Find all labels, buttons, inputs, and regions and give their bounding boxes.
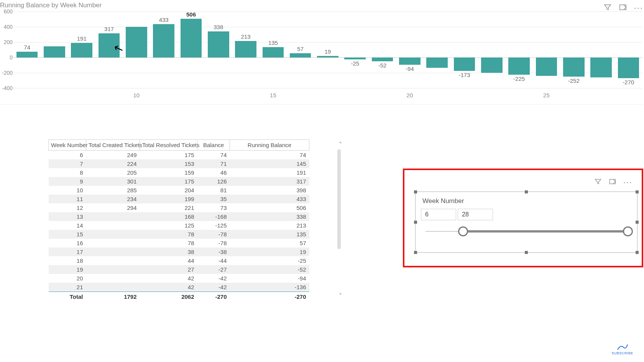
- table-row[interactable]: 1028520481398: [49, 186, 309, 195]
- x-tick: 15: [270, 92, 276, 98]
- chart-bar[interactable]: [44, 46, 65, 57]
- table-cell: 17: [49, 247, 86, 256]
- subscribe-watermark: SUBSCRIBE: [611, 343, 633, 355]
- table-cell: -44: [197, 256, 230, 265]
- table-row[interactable]: 1927-27-52: [49, 265, 309, 274]
- table-cell: 204: [140, 186, 197, 195]
- week-number-slicer[interactable]: ··· Week Number: [415, 192, 637, 253]
- table-row[interactable]: 2042-42-94: [49, 274, 309, 283]
- chart-bar[interactable]: [590, 57, 612, 77]
- table-cell: 7: [49, 159, 86, 168]
- resize-handle[interactable]: [414, 251, 417, 254]
- chart-bar[interactable]: [71, 43, 92, 57]
- table-row[interactable]: 14125-125213: [49, 221, 309, 230]
- table-column-header[interactable]: Week Number: [49, 140, 86, 151]
- slider-track[interactable]: [463, 230, 627, 233]
- focus-mode-icon[interactable]: [609, 178, 616, 187]
- chart-bar[interactable]: [563, 57, 585, 77]
- table-row[interactable]: 1229422173506: [49, 203, 309, 212]
- table-scrollbar[interactable]: ˄ ˅: [314, 141, 348, 294]
- table-row[interactable]: 1123419935433: [49, 195, 309, 203]
- table-row[interactable]: 1678-7857: [49, 239, 309, 247]
- table-row[interactable]: 1844-44-25: [49, 256, 309, 265]
- chart-bar[interactable]: [290, 53, 311, 57]
- table-column-header[interactable]: Total Resolved Tickets: [140, 140, 197, 151]
- table-cell: [86, 230, 140, 239]
- bar-value-label: 191: [70, 35, 93, 42]
- table-cell: 317: [230, 177, 309, 186]
- table-cell: 42: [140, 274, 197, 283]
- table-cell: 16: [49, 239, 86, 247]
- chart-bar[interactable]: [126, 27, 147, 57]
- table-cell: 433: [230, 195, 309, 203]
- table-cell: -136: [230, 283, 309, 292]
- slider-handle-min[interactable]: [458, 226, 468, 236]
- bar-value-label: 338: [207, 24, 230, 30]
- table-row[interactable]: 2142-42-136: [49, 283, 309, 292]
- scroll-up-icon[interactable]: ˄: [339, 141, 342, 148]
- resize-handle[interactable]: [525, 190, 528, 193]
- resize-handle[interactable]: [525, 251, 528, 254]
- table-cell: [86, 256, 140, 265]
- chart-bar[interactable]: [181, 19, 202, 57]
- table-column-header[interactable]: Running Balance: [230, 140, 309, 151]
- resize-handle[interactable]: [636, 221, 639, 224]
- chart-bar[interactable]: [153, 24, 174, 57]
- table-cell: 46: [197, 168, 230, 177]
- chart-bar[interactable]: [399, 57, 421, 65]
- table-cell: 175: [140, 177, 197, 186]
- slicer-max-input[interactable]: [458, 209, 493, 220]
- chart-bar[interactable]: [454, 57, 475, 71]
- table-row[interactable]: 1738-3819: [49, 247, 309, 256]
- table-cell: -38: [197, 247, 230, 256]
- chart-bar[interactable]: [208, 31, 229, 57]
- data-table[interactable]: Week NumberTotal Created TicketsTotal Re…: [48, 139, 309, 301]
- table-total-label: Total: [49, 292, 86, 302]
- table-row[interactable]: 62491757474: [49, 151, 309, 160]
- table-row[interactable]: 13168-168338: [49, 212, 309, 221]
- resize-handle[interactable]: [414, 221, 417, 224]
- table-cell: 199: [140, 195, 197, 203]
- table-row[interactable]: 722415371145: [49, 159, 309, 168]
- chart-title: Running Balance by Week Number: [0, 2, 102, 9]
- y-tick: -400: [2, 85, 13, 91]
- chart-bar[interactable]: [99, 33, 120, 57]
- chart-bar[interactable]: [508, 57, 530, 75]
- chart-bar[interactable]: [16, 52, 38, 57]
- chart-bar[interactable]: [344, 57, 366, 59]
- scroll-track[interactable]: [337, 149, 341, 249]
- table-cell: 13: [49, 212, 86, 221]
- table-cell: 168: [140, 212, 197, 221]
- table-row[interactable]: 9301175126317: [49, 177, 309, 186]
- table-row[interactable]: 1578-78135: [49, 230, 309, 239]
- table-cell: 213: [230, 221, 309, 230]
- chart-bar[interactable]: [481, 57, 503, 73]
- resize-handle[interactable]: [636, 190, 639, 193]
- chart-bar[interactable]: [235, 41, 256, 57]
- table-cell: [86, 274, 140, 283]
- running-balance-chart[interactable]: Running Balance by Week Number ··· 60040…: [0, 0, 643, 105]
- slider-handle-max[interactable]: [623, 226, 633, 236]
- chart-bar[interactable]: [372, 57, 393, 61]
- chart-bar[interactable]: [618, 57, 639, 78]
- resize-handle[interactable]: [636, 251, 639, 254]
- chart-bar[interactable]: [536, 57, 557, 76]
- table-cell: [86, 247, 140, 256]
- scroll-down-icon[interactable]: ˅: [339, 292, 342, 300]
- table-cell: 81: [197, 186, 230, 195]
- table-column-header[interactable]: Balance: [197, 140, 230, 151]
- table-cell: 205: [86, 168, 140, 177]
- more-options-icon[interactable]: ···: [623, 177, 632, 187]
- table-column-header[interactable]: Total Created Tickets: [86, 140, 140, 151]
- table-total-cell: -270: [230, 292, 309, 302]
- table-cell: 78: [140, 230, 197, 239]
- table-row[interactable]: 820515946191: [49, 168, 309, 177]
- chart-bar[interactable]: [317, 56, 338, 57]
- chart-bar[interactable]: [426, 57, 448, 68]
- chart-bar[interactable]: [263, 47, 284, 57]
- filter-icon[interactable]: [594, 178, 602, 187]
- bar-value-label: 506: [179, 11, 202, 18]
- resize-handle[interactable]: [414, 190, 417, 193]
- bar-value-label: -94: [398, 66, 421, 72]
- slicer-min-input[interactable]: [421, 209, 456, 220]
